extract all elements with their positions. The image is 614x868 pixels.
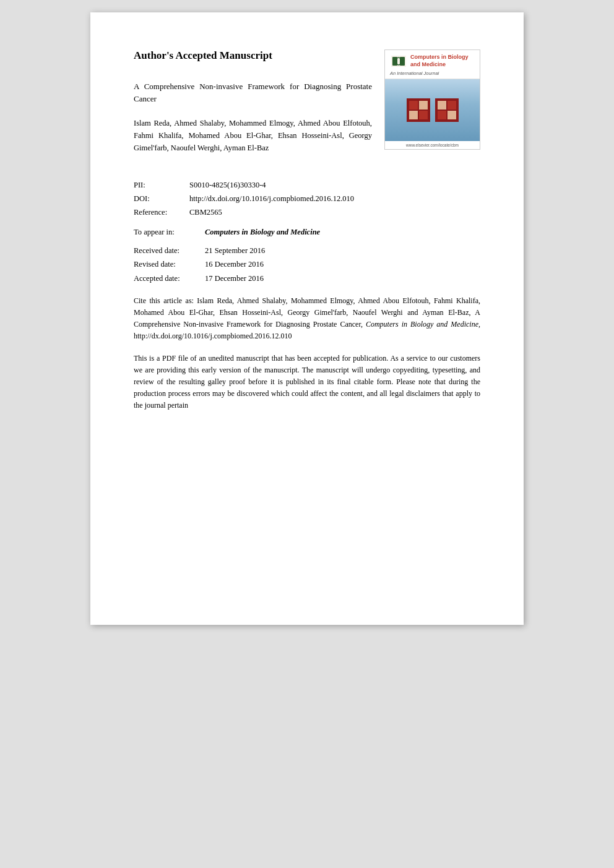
elsevier-logo-icon bbox=[390, 55, 407, 67]
pii-row: PII: S0010-4825(16)30330-4 bbox=[134, 179, 480, 191]
cover-icons bbox=[407, 98, 459, 122]
header-section: Author's Accepted Manuscript A Comprehen… bbox=[134, 49, 480, 154]
received-label: Received date: bbox=[134, 244, 205, 257]
disclaimer-section: This is a PDF file of an unedited manusc… bbox=[134, 353, 480, 412]
dates-section: Received date: 21 September 2016 Revised… bbox=[134, 244, 480, 285]
journal-website: www.elsevier.com/locate/cbm bbox=[385, 141, 480, 149]
accepted-label: Accepted date: bbox=[134, 272, 205, 285]
pii-value: S0010-4825(16)30330-4 bbox=[189, 179, 480, 191]
cover-icon-block-2 bbox=[435, 98, 459, 122]
doi-label: DOI: bbox=[134, 192, 189, 205]
manuscript-title: Author's Accepted Manuscript bbox=[134, 49, 372, 62]
journal-name-line1: Computers in Biology bbox=[410, 54, 469, 61]
journal-cover: Computers in Biology and Medicine An Int… bbox=[384, 49, 480, 150]
document-page: Author's Accepted Manuscript A Comprehen… bbox=[90, 12, 524, 625]
appear-in-label: To appear in: bbox=[134, 226, 205, 238]
pii-label: PII: bbox=[134, 179, 189, 191]
received-date-row: Received date: 21 September 2016 bbox=[134, 244, 480, 257]
doi-row: DOI: http://dx.doi.org/10.1016/j.compbio… bbox=[134, 192, 480, 205]
reference-label: Reference: bbox=[134, 206, 189, 218]
journal-cover-image bbox=[385, 79, 480, 141]
journal-cover-top: Computers in Biology and Medicine An Int… bbox=[385, 50, 480, 79]
received-value: 21 September 2016 bbox=[205, 244, 265, 257]
cite-doi: http://dx.doi.org/10.1016/j.compbiomed.2… bbox=[134, 332, 292, 340]
revised-label: Revised date: bbox=[134, 258, 205, 271]
accepted-value: 17 December 2016 bbox=[205, 272, 264, 285]
journal-name-line2: and Medicine bbox=[410, 61, 469, 69]
revised-value: 16 December 2016 bbox=[205, 258, 264, 271]
authors-list: Islam Reda, Ahmed Shalaby, Mohammed Elmo… bbox=[134, 117, 372, 154]
reference-value: CBM2565 bbox=[189, 206, 480, 218]
metadata-section: PII: S0010-4825(16)30330-4 DOI: http://d… bbox=[134, 179, 480, 218]
revised-date-row: Revised date: 16 December 2016 bbox=[134, 258, 480, 271]
paper-title: A Comprehensive Non-invasive Framework f… bbox=[134, 80, 372, 105]
journal-name-text: Computers in Biology and Medicine bbox=[410, 54, 469, 68]
appear-in-row: To appear in: Computers in Biology and M… bbox=[134, 226, 480, 238]
accepted-date-row: Accepted date: 17 December 2016 bbox=[134, 272, 480, 285]
citation-section: Cite this article as: Islam Reda, Ahmed … bbox=[134, 295, 480, 343]
appear-in-value: Computers in Biology and Medicine bbox=[205, 226, 320, 238]
journal-logo-row: Computers in Biology and Medicine bbox=[390, 54, 475, 68]
journal-subtitle: An International Journal bbox=[390, 71, 475, 76]
cover-icon-block-1 bbox=[407, 98, 430, 122]
header-left: Author's Accepted Manuscript A Comprehen… bbox=[134, 49, 384, 154]
doi-value: http://dx.doi.org/10.1016/j.compbiomed.2… bbox=[189, 192, 480, 205]
cite-journal: Computers in Biology and Medicine, bbox=[366, 320, 480, 329]
reference-row: Reference: CBM2565 bbox=[134, 206, 480, 218]
